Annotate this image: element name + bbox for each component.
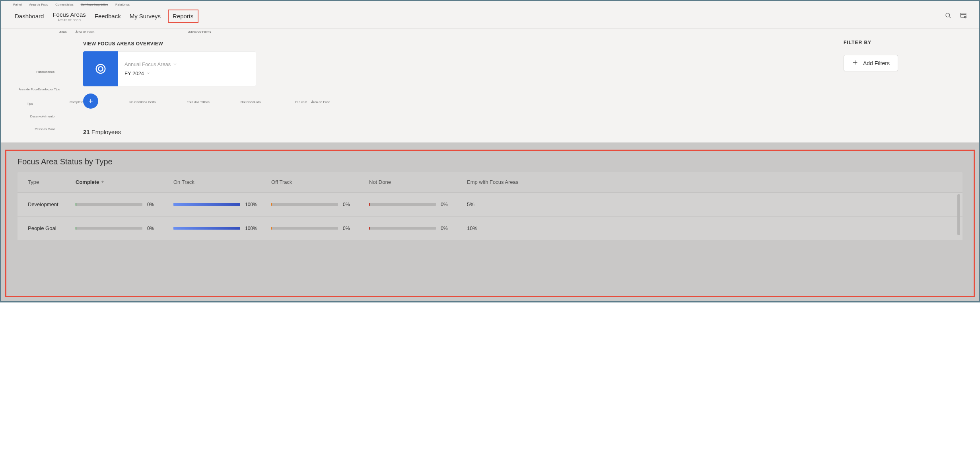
cell-on-track: 100% (173, 202, 271, 207)
cell-on-track: 100% (173, 226, 271, 231)
legend-fora-trilhos: Fora dos Trilhos (187, 100, 210, 104)
col-header-on-track[interactable]: On Track (173, 179, 271, 185)
lbl-funcionarios: Funcionários (7, 70, 54, 74)
not-done-pct: 0% (441, 202, 447, 207)
lbl-tipo: Tipo (0, 102, 33, 105)
scrollbar-vertical[interactable] (957, 194, 960, 235)
complete-pct: 0% (147, 226, 154, 231)
cell-off-track: 0% (271, 202, 369, 207)
card-annual-label: Annual Focus Areas (124, 61, 171, 67)
row-type-label: Development (28, 201, 76, 207)
left-label-column: Funcionários Área de Foco Estado por Tip… (1, 30, 57, 135)
legend-not-concluido: Not Concluído (241, 100, 261, 104)
col-header-type[interactable]: Type (28, 179, 76, 185)
meta-inqueritos: Os Meus Inquéritos (81, 3, 108, 6)
cell-complete: 0% (76, 202, 173, 207)
tab-focus-areas-label: Focus Areas (52, 11, 86, 18)
employee-count-number: 21 (83, 129, 90, 135)
lbl-area-foco: Área de Foco (0, 88, 38, 91)
col-header-not-done[interactable]: Not Done (369, 179, 467, 185)
employee-count-label: Employees (90, 129, 121, 135)
chevron-down-icon[interactable] (173, 61, 177, 67)
svg-line-1 (949, 16, 951, 18)
meta-relatorios: Relatórios (115, 3, 130, 6)
legend-area-foco: Área de Foco (311, 100, 330, 104)
cell-emp-with: 10% (467, 225, 527, 231)
meta-comentarios: Comentários (55, 3, 73, 6)
overview-card[interactable]: Annual Focus Areas FY 2024 (83, 51, 256, 86)
svg-point-0 (946, 13, 950, 17)
add-button[interactable] (83, 94, 98, 109)
cell-off-track: 0% (271, 226, 369, 231)
col-header-complete[interactable]: Complete (76, 179, 173, 185)
tab-reports[interactable]: Reports (168, 10, 198, 23)
cell-emp-with: 5% (467, 201, 527, 207)
chevron-down-icon[interactable] (146, 70, 150, 76)
legend-imp-com: Imp com (295, 100, 307, 104)
table-row[interactable]: Development 0% 100% 0% (18, 192, 962, 216)
focus-area-tile-icon (83, 51, 118, 86)
svg-point-6 (98, 66, 103, 71)
tiny-area-foco: Área de Foco (75, 30, 94, 34)
tab-focus-areas-sublabel: ÁREAS DE FOCO (52, 19, 86, 21)
search-icon[interactable] (945, 12, 952, 21)
tab-focus-areas[interactable]: Focus Areas ÁREAS DE FOCO (51, 10, 87, 22)
cell-complete: 0% (76, 226, 173, 231)
not-done-pct: 0% (441, 226, 447, 231)
svg-rect-2 (961, 13, 966, 18)
col-header-off-track[interactable]: Off Track (271, 179, 369, 185)
col-header-emp-with[interactable]: Emp with Focus Areas (467, 179, 527, 185)
card-fy-label: FY 2024 (124, 70, 144, 76)
legend-completo: Completo (70, 100, 83, 104)
off-track-pct: 0% (343, 202, 350, 207)
off-track-pct: 0% (343, 226, 350, 231)
on-track-pct: 100% (245, 202, 257, 207)
add-filters-label: Add Filters (863, 60, 890, 66)
table-row[interactable]: People Goal 0% 100% 0% (18, 216, 962, 240)
tiny-anual: Anual (59, 30, 67, 34)
on-track-pct: 100% (245, 226, 257, 231)
tab-my-surveys[interactable]: My Surveys (128, 12, 162, 20)
tiny-adicionar-filtros: Adicionar Filtros (188, 30, 211, 34)
meta-area-foco: Área de Foco (29, 3, 48, 6)
status-table: Type Complete On Track Off Track Not Don… (18, 172, 962, 240)
top-meta-row: Painel Área de Foco Comentários Os Meus … (1, 1, 979, 6)
cell-not-done: 0% (369, 226, 467, 231)
sort-asc-icon (101, 179, 105, 185)
svg-point-5 (96, 64, 105, 74)
meta-painel: Painel (13, 3, 22, 6)
section-title: Focus Area Status by Type (18, 157, 962, 166)
row-type-label: People Goal (28, 225, 76, 231)
complete-pct: 0% (147, 202, 154, 207)
focus-area-status-section: Focus Area Status by Type Type Complete … (5, 150, 975, 297)
cell-not-done: 0% (369, 202, 467, 207)
overview-title: VIEW FOCUS AREAS OVERVIEW (83, 41, 832, 47)
filter-panel: FILTER BY Add Filters (832, 30, 979, 135)
legend-no-caminho: No Caminho Certo (129, 100, 156, 104)
tab-dashboard[interactable]: Dashboard (13, 12, 45, 20)
add-filters-button[interactable]: Add Filters (844, 55, 898, 71)
nav-bar: Dashboard Focus Areas ÁREAS DE FOCO Feed… (1, 6, 979, 29)
mini-legend-row: Completo No Caminho Certo Fora dos Trilh… (105, 100, 335, 104)
lbl-desenvolvimento: Desenvolvimento (7, 115, 54, 118)
tab-feedback[interactable]: Feedback (93, 12, 122, 20)
layout-gear-icon[interactable] (960, 12, 967, 21)
filter-by-title: FILTER BY (844, 40, 967, 45)
lbl-pessoas-goal: Pessoas Goal (7, 127, 54, 131)
plus-icon (852, 59, 858, 67)
table-header-row: Type Complete On Track Off Track Not Don… (18, 172, 962, 192)
employee-count: 21 Employees (83, 129, 832, 135)
col-header-complete-label: Complete (76, 179, 99, 185)
